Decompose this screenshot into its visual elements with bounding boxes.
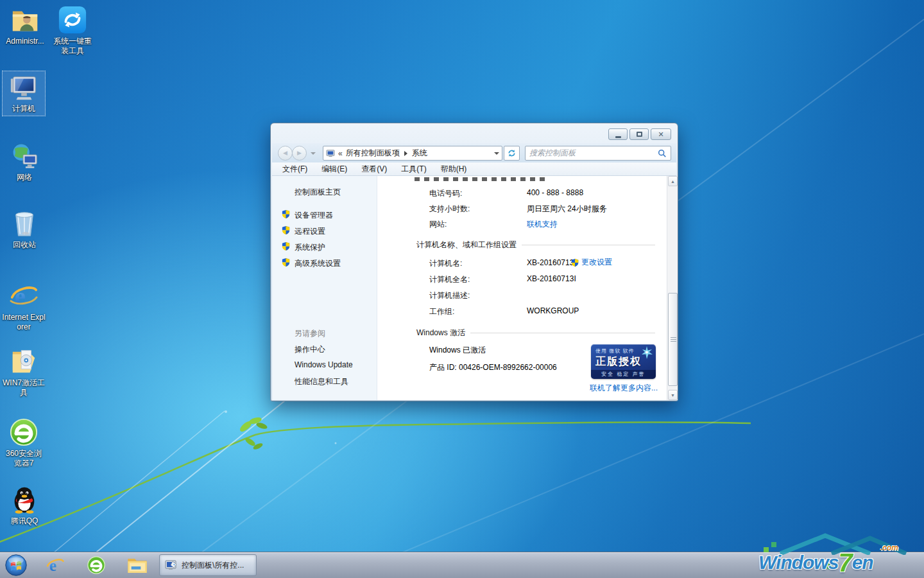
address-dropdown-icon[interactable] bbox=[494, 152, 499, 155]
sidebar-item-label: 远程设置 bbox=[295, 227, 325, 236]
address-bar[interactable]: « 所有控制面板项 系统 bbox=[323, 146, 502, 161]
support-hours-label: 支持小时数: bbox=[429, 204, 470, 215]
desktop-icon-reinstall-tool[interactable]: 系统一键重装工具 bbox=[51, 4, 94, 58]
computer-name-label: 计算机名: bbox=[429, 258, 462, 269]
computer-name-section-header: 计算机名称、域和工作组设置 bbox=[416, 240, 655, 250]
scroll-up-button[interactable]: ▲ bbox=[668, 176, 678, 186]
product-id: 产品 ID: 00426-OEM-8992662-00006 bbox=[429, 362, 557, 373]
search-box[interactable]: 搜索控制面板 bbox=[525, 146, 671, 161]
menu-help[interactable]: 帮助(H) bbox=[441, 164, 467, 175]
computer-icon bbox=[9, 73, 38, 102]
uac-shield-icon bbox=[281, 241, 291, 251]
administrator-folder-icon bbox=[10, 5, 40, 35]
desktop: Administr... 系统一键重装工具 计算机 网络 回收站 e Inter… bbox=[0, 0, 924, 578]
desktop-icon-label: WIN7激活工具 bbox=[2, 378, 46, 398]
window-content: 控制面板主页 设备管理器 远程设置 系统保护 高级系统设置 另请参阅 操作中心 … bbox=[272, 176, 678, 400]
360-browser-icon bbox=[9, 417, 38, 447]
sidebar-item-control-panel-home[interactable]: 控制面板主页 bbox=[295, 187, 341, 198]
taskbar-360-browser-button[interactable] bbox=[83, 554, 109, 576]
workgroup-label: 工作组: bbox=[429, 306, 454, 317]
sidebar-see-also-header: 另请参阅 bbox=[295, 328, 325, 339]
desktop-icon-recycle-bin[interactable]: 回收站 bbox=[3, 207, 46, 252]
360-browser-icon bbox=[87, 556, 106, 575]
back-button[interactable]: ◀ bbox=[278, 146, 293, 161]
section-title: Windows 激活 bbox=[416, 328, 465, 338]
recent-pages-dropdown-icon[interactable] bbox=[311, 152, 316, 155]
change-settings-label: 更改设置 bbox=[581, 257, 612, 268]
workgroup-value: WORKGROUP bbox=[527, 306, 579, 315]
desktop-icon-label: 系统一键重装工具 bbox=[51, 37, 94, 56]
svg-text:e: e bbox=[49, 557, 56, 574]
uac-shield-icon bbox=[570, 258, 579, 267]
desktop-icon-label: Internet Explorer bbox=[2, 313, 46, 332]
folder-icon bbox=[127, 556, 148, 574]
breadcrumb-prefix: « bbox=[338, 149, 343, 158]
menu-bar: 文件(F) 编辑(E) 查看(V) 工具(T) 帮助(H) bbox=[272, 162, 676, 176]
menu-edit[interactable]: 编辑(E) bbox=[321, 164, 347, 175]
desktop-icon-qq[interactable]: 腾讯QQ bbox=[3, 484, 46, 528]
activation-status: Windows 已激活 bbox=[429, 345, 486, 356]
windows-activation-section-header: Windows 激活 bbox=[416, 328, 655, 338]
back-arrow-icon: ◀ bbox=[283, 150, 287, 156]
menu-tools[interactable]: 工具(T) bbox=[401, 164, 426, 175]
sidebar-item-device-manager[interactable]: 设备管理器 bbox=[295, 210, 333, 221]
sidebar-item-system-protection[interactable]: 系统保护 bbox=[295, 242, 325, 253]
task-computer-icon bbox=[165, 560, 178, 571]
taskbar-task-control-panel[interactable]: 控制面板\所有控... bbox=[159, 554, 257, 576]
refresh-button[interactable] bbox=[504, 146, 520, 161]
desktop-icon-computer[interactable]: 计算机 bbox=[2, 71, 46, 116]
scroll-down-button[interactable]: ▼ bbox=[668, 390, 678, 400]
scrollbar-thumb[interactable] bbox=[668, 293, 678, 386]
desktop-icon-internet-explorer[interactable]: e Internet Explorer bbox=[2, 280, 46, 334]
taskbar-explorer-button[interactable] bbox=[124, 554, 150, 576]
desktop-icon-label: 腾讯QQ bbox=[3, 516, 46, 526]
close-icon: ✕ bbox=[658, 131, 663, 138]
change-settings-link[interactable]: 更改设置 bbox=[570, 257, 612, 268]
sidebar-item-label: 设备管理器 bbox=[295, 211, 333, 220]
desktop-icon-administrator[interactable]: Administr... bbox=[3, 4, 47, 48]
search-icon[interactable] bbox=[658, 149, 667, 158]
breadcrumb-current[interactable]: 系统 bbox=[412, 148, 427, 159]
ie-icon: e bbox=[46, 556, 65, 575]
sidebar-item-remote-settings[interactable]: 远程设置 bbox=[295, 226, 325, 237]
desktop-icon-network[interactable]: 网络 bbox=[3, 140, 46, 184]
online-support-link[interactable]: 联机支持 bbox=[527, 219, 558, 230]
minimize-icon bbox=[615, 136, 621, 138]
qq-penguin-icon bbox=[10, 485, 39, 514]
genuine-software-badge[interactable]: 使用 微软 软件 正版授权 安全 稳定 声誉 bbox=[591, 344, 656, 379]
uac-shield-icon bbox=[281, 225, 291, 235]
breadcrumb-separator-icon bbox=[404, 151, 407, 156]
section-rule bbox=[522, 245, 655, 245]
learn-more-online-link[interactable]: 联机了解更多内容... bbox=[590, 383, 658, 394]
system-reinstall-icon bbox=[58, 5, 87, 35]
scroll-down-icon: ▼ bbox=[671, 393, 675, 398]
sidebar-item-windows-update[interactable]: Windows Update bbox=[295, 360, 353, 369]
start-button[interactable] bbox=[3, 554, 29, 576]
badge-line3: 安全 稳定 声誉 bbox=[591, 370, 656, 379]
desktop-icon-360-browser[interactable]: 360安全浏览器7 bbox=[2, 416, 46, 470]
close-button[interactable]: ✕ bbox=[651, 128, 671, 140]
section-rule bbox=[470, 333, 655, 333]
support-hours-value: 周日至周六 24小时服务 bbox=[527, 204, 607, 215]
website-label: 网站: bbox=[429, 219, 447, 230]
forward-button[interactable]: ▶ bbox=[292, 146, 307, 161]
menu-file[interactable]: 文件(F) bbox=[282, 164, 307, 175]
sidebar-item-advanced-system-settings[interactable]: 高级系统设置 bbox=[295, 258, 341, 269]
maximize-icon bbox=[637, 132, 642, 137]
vertical-scrollbar[interactable]: ▲ ▼ bbox=[667, 176, 678, 400]
computer-description-label: 计算机描述: bbox=[429, 290, 470, 301]
taskbar-ie-button[interactable]: e bbox=[42, 554, 68, 576]
forward-arrow-icon: ▶ bbox=[297, 150, 302, 156]
maximize-button[interactable] bbox=[629, 128, 649, 140]
desktop-icon-win7-activation-tool[interactable]: WIN7激活工具 bbox=[2, 346, 46, 399]
search-placeholder: 搜索控制面板 bbox=[529, 148, 658, 159]
desktop-icon-label: 计算机 bbox=[3, 104, 45, 114]
sidebar-item-action-center[interactable]: 操作中心 bbox=[295, 344, 325, 355]
action-center-flag-icon[interactable] bbox=[821, 558, 833, 570]
sidebar-item-performance-tools[interactable]: 性能信息和工具 bbox=[295, 376, 348, 387]
computer-name-value: XB-20160713I bbox=[527, 258, 576, 267]
minimize-button[interactable] bbox=[608, 128, 628, 140]
breadcrumb-root[interactable]: 所有控制面板项 bbox=[346, 148, 400, 159]
menu-view[interactable]: 查看(V) bbox=[361, 164, 387, 175]
uac-shield-icon bbox=[281, 258, 291, 267]
